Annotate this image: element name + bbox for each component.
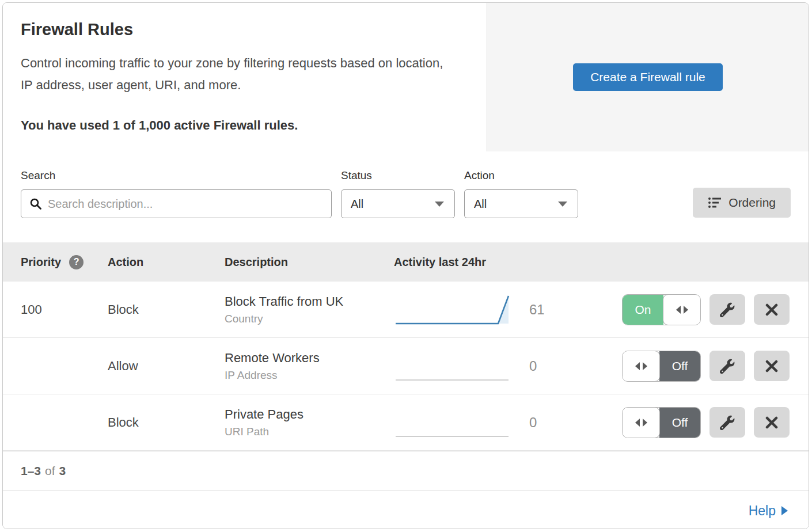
activity-count: 61: [529, 302, 555, 318]
rule-activity-cell: 0: [394, 406, 622, 439]
activity-sparkline: [394, 349, 512, 383]
table-row: Block Private Pages URI Path 0 Off: [3, 394, 809, 451]
close-icon: [765, 416, 778, 429]
delete-rule-button[interactable]: [754, 407, 790, 438]
caret-left-icon: [635, 362, 640, 370]
toggle-knob[interactable]: [663, 294, 701, 325]
search-field-group: Search: [21, 169, 332, 218]
caret-right-icon: [643, 362, 647, 370]
rule-match-type: IP Address: [225, 369, 394, 382]
ordering-button-label: Ordering: [728, 196, 776, 210]
column-activity: Activity last 24hr: [394, 256, 809, 269]
activity-count: 0: [529, 415, 555, 431]
filter-bar: Search Status All Action All: [3, 151, 809, 242]
rule-description-cell: Private Pages URI Path: [225, 407, 394, 438]
help-link-label: Help: [749, 503, 776, 519]
chevron-down-icon: [435, 202, 444, 207]
edit-rule-button[interactable]: [709, 351, 745, 381]
create-firewall-rule-button[interactable]: Create a Firewall rule: [573, 63, 723, 91]
rule-action: Allow: [108, 359, 225, 374]
action-label: Action: [464, 169, 578, 182]
arrow-right-icon: [781, 506, 788, 515]
rule-description: Remote Workers: [225, 351, 394, 366]
header-action-panel: Create a Firewall rule: [487, 3, 809, 151]
search-icon: [29, 197, 42, 210]
rule-enabled-toggle[interactable]: Off: [622, 351, 701, 382]
rule-action: Block: [108, 415, 225, 430]
action-dropdown-value: All: [474, 197, 487, 211]
rule-match-type: URI Path: [225, 425, 394, 438]
status-dropdown-value: All: [351, 197, 363, 211]
toggle-state-label: Off: [659, 351, 700, 381]
pagination-range: 1–3: [21, 464, 41, 478]
rule-action: Block: [108, 302, 225, 317]
pagination-bar: 1–3 of 3: [3, 451, 809, 491]
activity-count: 0: [529, 358, 555, 374]
toggle-knob[interactable]: [622, 351, 660, 382]
wrench-icon: [720, 359, 735, 374]
rule-controls: On: [622, 294, 809, 325]
header-section: Firewall Rules Control incoming traffic …: [3, 3, 809, 151]
rule-description-cell: Remote Workers IP Address: [225, 351, 394, 382]
delete-rule-button[interactable]: [754, 294, 790, 325]
action-dropdown[interactable]: All: [464, 189, 578, 218]
caret-left-icon: [635, 419, 640, 427]
rule-enabled-toggle[interactable]: On: [622, 294, 701, 325]
activity-sparkline: [394, 293, 512, 326]
ordered-list-icon: [708, 196, 722, 209]
edit-rule-button[interactable]: [709, 294, 745, 325]
column-description: Description: [225, 256, 394, 269]
rule-priority: 100: [3, 302, 108, 317]
caret-right-icon: [643, 419, 647, 427]
table-row: Allow Remote Workers IP Address 0 Off: [3, 338, 809, 394]
search-box[interactable]: [21, 189, 332, 218]
toggle-state-label: Off: [659, 408, 700, 438]
priority-help-icon[interactable]: ?: [69, 255, 84, 269]
edit-rule-button[interactable]: [709, 407, 745, 438]
rule-description: Block Traffic from UK: [225, 294, 394, 309]
rule-enabled-toggle[interactable]: Off: [622, 407, 701, 438]
caret-left-icon: [676, 306, 681, 314]
search-label: Search: [21, 169, 332, 182]
status-field-group: Status All: [341, 169, 455, 218]
help-bar: Help: [3, 491, 809, 529]
help-link[interactable]: Help: [749, 503, 788, 519]
status-dropdown[interactable]: All: [341, 189, 455, 218]
delete-rule-button[interactable]: [754, 351, 790, 381]
toggle-knob[interactable]: [622, 407, 660, 438]
pagination-of: of: [45, 464, 55, 478]
close-icon: [765, 360, 778, 373]
chevron-down-icon: [558, 202, 567, 207]
column-priority: Priority: [21, 256, 61, 269]
wrench-icon: [720, 302, 735, 317]
rule-description-cell: Block Traffic from UK Country: [225, 294, 394, 325]
action-field-group: Action All: [464, 169, 578, 218]
page-title: Firewall Rules: [21, 20, 454, 39]
caret-right-icon: [684, 306, 688, 314]
rule-activity-cell: 0: [394, 349, 622, 383]
rule-activity-cell: 61: [394, 293, 622, 326]
toggle-state-label: On: [623, 295, 663, 325]
rule-match-type: Country: [225, 313, 394, 325]
usage-note: You have used 1 of 1,000 active Firewall…: [21, 118, 454, 133]
rule-controls: Off: [622, 407, 809, 438]
firewall-rules-panel: Firewall Rules Control incoming traffic …: [2, 2, 809, 529]
column-action: Action: [108, 256, 225, 269]
wrench-icon: [720, 415, 735, 430]
table-row: 100 Block Block Traffic from UK Country …: [3, 282, 809, 338]
status-label: Status: [341, 169, 455, 182]
close-icon: [765, 303, 778, 316]
table-header: Priority ? Action Description Activity l…: [3, 242, 809, 282]
pagination-total: 3: [59, 464, 66, 478]
rule-controls: Off: [622, 351, 809, 382]
ordering-button[interactable]: Ordering: [693, 188, 791, 218]
activity-sparkline: [394, 406, 512, 439]
header-text-panel: Firewall Rules Control incoming traffic …: [3, 3, 487, 151]
page-description: Control incoming traffic to your zone by…: [21, 52, 454, 96]
search-input[interactable]: [48, 197, 323, 211]
rule-description: Private Pages: [225, 407, 394, 422]
